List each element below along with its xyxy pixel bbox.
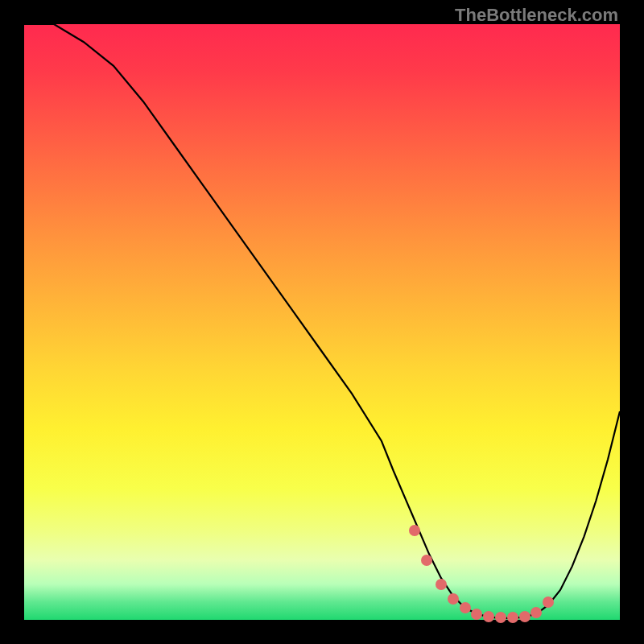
marker-dot <box>519 611 530 622</box>
line-curve <box>24 24 620 618</box>
marker-dot <box>421 555 432 566</box>
chart-container: TheBottleneck.com <box>0 0 644 644</box>
marker-dot <box>448 593 459 605</box>
marker-dot <box>507 612 518 623</box>
curve-svg <box>24 24 620 620</box>
plot-area <box>24 24 620 620</box>
watermark-text: TheBottleneck.com <box>455 5 618 26</box>
marker-dot <box>530 607 542 618</box>
marker-dot <box>483 611 494 622</box>
marker-dot <box>495 612 506 623</box>
marker-dot <box>471 609 482 620</box>
marker-dot <box>460 602 471 613</box>
marker-dot <box>409 525 420 536</box>
marker-dot <box>543 597 554 608</box>
marker-dot <box>436 579 447 590</box>
